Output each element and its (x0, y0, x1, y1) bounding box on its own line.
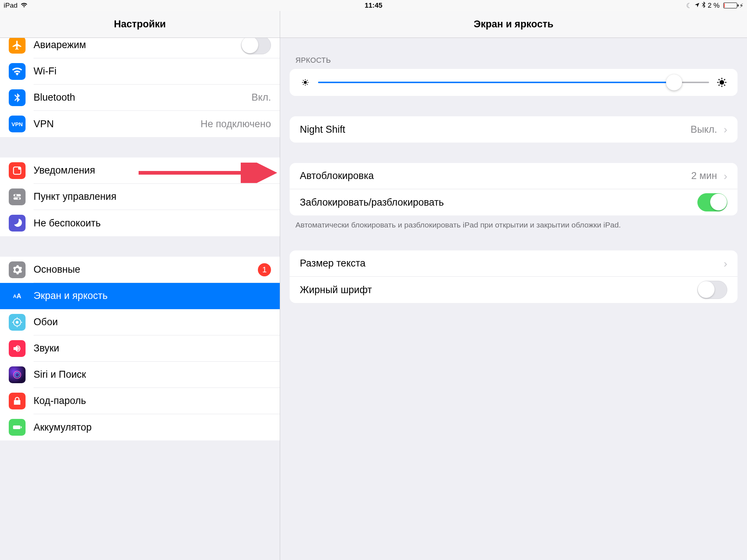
svg-rect-15 (13, 425, 20, 429)
sidebar-group-general: Основные 1 AA Экран и яркость (0, 257, 280, 440)
chevron-right-icon: › (724, 170, 727, 182)
boldtext-label: Жирный шрифт (300, 284, 697, 296)
sidebar-item-sounds[interactable]: Звуки (0, 335, 280, 362)
svg-point-8 (16, 321, 19, 324)
autolock-panel: Автоблокировка 2 мин › Заблокировать/раз… (290, 163, 738, 215)
bluetooth-icon (702, 1, 705, 10)
sidebar-item-label: Аккумулятор (34, 422, 271, 433)
sidebar-item-wifi[interactable]: Wi-Fi (0, 58, 280, 85)
sidebar-group-notifications: Уведомления Пункт управления (0, 158, 280, 236)
device-label: iPad (4, 1, 18, 9)
gear-icon (9, 261, 26, 278)
svg-line-24 (303, 84, 304, 85)
svg-line-32 (724, 85, 725, 86)
svg-point-26 (720, 80, 724, 85)
sidebar-item-display[interactable]: AA Экран и яркость (0, 283, 280, 309)
lockunlock-label: Заблокировать/разблокировать (300, 197, 697, 208)
airplane-toggle[interactable] (241, 38, 271, 54)
moon-icon: ☾ (686, 1, 692, 10)
annotation-arrow (139, 163, 280, 183)
battery-settings-icon (9, 419, 26, 436)
nightshift-value: Выкл. (690, 124, 717, 135)
sidebar-item-label: Пункт управления (34, 191, 271, 202)
notifications-icon (9, 162, 26, 179)
svg-rect-3 (13, 194, 21, 197)
sidebar-item-siri[interactable]: Siri и Поиск (0, 362, 280, 388)
brightness-low-icon (300, 77, 311, 88)
detail-pane: Экран и яркость ЯРКОСТЬ (280, 11, 747, 560)
sidebar-item-label: Экран и яркость (34, 290, 271, 302)
svg-point-2 (18, 167, 21, 170)
chevron-right-icon: › (724, 123, 727, 136)
sidebar-item-battery[interactable]: Аккумулятор (0, 414, 280, 440)
siri-icon (9, 366, 26, 383)
lockunlock-row: Заблокировать/разблокировать (290, 189, 738, 215)
sidebar-item-value: Не подключено (201, 118, 271, 130)
autolock-label: Автоблокировка (300, 170, 691, 182)
sidebar-item-dnd[interactable]: Не беспокоить (0, 210, 280, 236)
sidebar-item-bluetooth[interactable]: Bluetooth Вкл. (0, 85, 280, 111)
nightshift-row[interactable]: Night Shift Выкл. › (290, 116, 738, 143)
sidebar-item-label: Авиарежим (34, 39, 241, 51)
sidebar-item-controlcenter[interactable]: Пункт управления (0, 184, 280, 210)
display-icon: AA (9, 288, 26, 304)
vpn-icon: VPN (9, 116, 26, 132)
detail-title: Экран и яркость (280, 11, 747, 38)
location-icon (694, 1, 700, 9)
svg-line-22 (303, 80, 304, 81)
sidebar-item-label: Звуки (34, 343, 271, 354)
svg-point-14 (15, 373, 20, 377)
controlcenter-icon (9, 188, 26, 205)
autolock-row[interactable]: Автоблокировка 2 мин › (290, 163, 738, 189)
sidebar-item-label: Bluetooth (34, 92, 252, 103)
charge-icon: ⚡︎ (739, 2, 743, 9)
svg-point-6 (18, 198, 19, 199)
svg-rect-4 (13, 197, 21, 199)
settings-sidebar: Настройки Авиарежим (0, 11, 280, 560)
status-bar: iPad 11:45 ☾ 2 % ⚡︎ (0, 0, 747, 11)
svg-rect-16 (21, 427, 22, 428)
nightshift-panel: Night Shift Выкл. › (290, 116, 738, 143)
sidebar-item-label: Основные (34, 264, 258, 275)
sidebar-item-general[interactable]: Основные 1 (0, 257, 280, 283)
sidebar-group-connectivity: Авиарежим Wi-Fi (0, 38, 280, 137)
airplane-icon (9, 38, 26, 54)
sidebar-item-label: VPN (34, 118, 201, 130)
svg-line-33 (719, 85, 720, 86)
sidebar-title: Настройки (0, 11, 280, 38)
brightness-section-label: ЯРКОСТЬ (280, 38, 747, 69)
sidebar-item-vpn[interactable]: VPN VPN Не подключено (0, 111, 280, 137)
lock-icon (9, 393, 26, 409)
clock: 11:45 (365, 1, 383, 9)
textsize-row[interactable]: Размер текста › (290, 250, 738, 277)
wifi-settings-icon (9, 63, 26, 80)
brightness-slider[interactable] (318, 82, 709, 83)
sidebar-item-passcode[interactable]: Код-пароль (0, 388, 280, 414)
sidebar-item-label: Не беспокоить (34, 218, 271, 229)
svg-line-31 (719, 79, 720, 80)
brightness-high-icon (716, 77, 727, 88)
chevron-right-icon: › (724, 257, 727, 270)
svg-point-5 (15, 194, 17, 196)
sidebar-item-badge: 1 (258, 263, 271, 276)
battery-icon (723, 3, 737, 8)
textsize-label: Размер текста (300, 258, 721, 269)
sidebar-item-label: Код-пароль (34, 395, 271, 407)
text-panel: Размер текста › Жирный шрифт (290, 250, 738, 303)
bluetooth-settings-icon (9, 89, 26, 106)
svg-line-25 (307, 80, 307, 81)
sidebar-item-airplane[interactable]: Авиарежим (0, 38, 280, 58)
boldtext-toggle[interactable] (697, 281, 727, 299)
autolock-value: 2 мин (691, 170, 717, 182)
sounds-icon (9, 340, 26, 357)
wifi-icon (20, 1, 28, 9)
sidebar-item-label: Wi-Fi (34, 66, 271, 77)
nightshift-label: Night Shift (300, 124, 690, 135)
brightness-panel (290, 69, 738, 96)
lockunlock-toggle[interactable] (697, 193, 727, 211)
boldtext-row: Жирный шрифт (290, 277, 738, 303)
svg-line-23 (307, 84, 307, 85)
dnd-icon (9, 215, 26, 232)
sidebar-item-value: Вкл. (252, 92, 271, 103)
sidebar-item-wallpaper[interactable]: Обои (0, 309, 280, 335)
